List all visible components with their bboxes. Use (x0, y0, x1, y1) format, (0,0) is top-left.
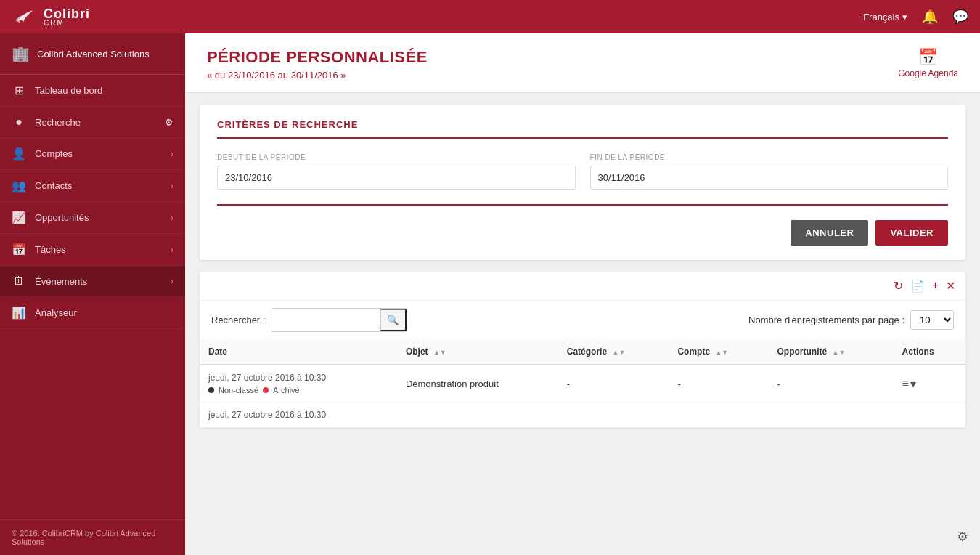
sidebar-item-tableau-de-bord[interactable]: ⊞ Tableau de bord (0, 75, 185, 107)
company-item[interactable]: 🏢 Colibri Advanced Solutions (0, 33, 185, 75)
chevron-down-small-icon: ▾ (910, 377, 916, 391)
badge-label-nonclasse: Non-classé (219, 386, 258, 394)
logo[interactable]: Colibri CRM (12, 4, 90, 30)
col-objet-label: Objet (406, 347, 428, 357)
cell-actions-1: ≡ ▾ (894, 365, 965, 402)
sidebar-label-evenements: Événements (35, 276, 162, 287)
chevron-right-icon: › (171, 149, 173, 159)
cell-actions-2 (894, 402, 965, 428)
end-date-label: FIN DE LA PÉRIODE (590, 153, 949, 161)
table-header-row: Date Objet ▲▼ Catégorie ▲▼ Compte ▲▼ (200, 339, 965, 365)
search-input[interactable] (271, 310, 380, 330)
cancel-button[interactable]: ANNULER (791, 220, 868, 246)
cell-objet-1: Démonstration produit (397, 365, 558, 402)
table-controls: Rechercher : 🔍 Nombre d'enregistrements … (200, 301, 965, 339)
col-compte[interactable]: Compte ▲▼ (669, 339, 768, 365)
cell-date-1: jeudi, 27 octobre 2016 à 10:30 Non-class… (200, 365, 397, 402)
refresh-icon[interactable]: ↻ (894, 279, 903, 293)
table-body: jeudi, 27 octobre 2016 à 10:30 Non-class… (200, 365, 965, 428)
account-icon: 👤 (12, 147, 26, 161)
footer-link-colibricrm[interactable]: ColibriCRM (42, 529, 83, 538)
events-icon: 🗓 (12, 275, 26, 288)
grid-icon: ⊞ (12, 84, 26, 97)
start-date-group: DÉBUT DE LA PÉRIODE (217, 153, 576, 190)
sidebar-label-comptes: Comptes (35, 148, 162, 159)
start-date-input[interactable] (217, 166, 576, 190)
badge-dot-archive (263, 387, 269, 393)
cell-opportunite-2 (769, 402, 894, 428)
cell-categorie-2 (558, 402, 669, 428)
records-select[interactable]: 10 25 50 100 (910, 310, 954, 330)
sidebar-label-analyseur: Analyseur (35, 307, 173, 318)
badge-label-archive: Archivé (273, 386, 300, 394)
sidebar-item-contacts[interactable]: 👥 Contacts › (0, 170, 185, 202)
sidebar: 🏢 Colibri Advanced Solutions ⊞ Tableau d… (0, 33, 185, 555)
settings-small-icon: ⚙ (165, 117, 173, 128)
sidebar-label-opportunites: Opportunités (35, 212, 162, 223)
sort-categorie-icon[interactable]: ▲▼ (612, 349, 625, 356)
start-date-label: DÉBUT DE LA PÉRIODE (217, 153, 576, 161)
col-opportunite-label: Opportunité (777, 347, 828, 357)
page-subtitle: « du 23/10/2016 au 30/11/2016 » (207, 70, 428, 81)
data-table: Date Objet ▲▼ Catégorie ▲▼ Compte ▲▼ (200, 339, 965, 428)
chat-icon[interactable]: 💬 (952, 9, 968, 25)
chevron-right-icon-5: › (171, 276, 173, 286)
validate-button[interactable]: VALIDER (875, 220, 948, 246)
google-agenda-label: Google Agenda (898, 68, 958, 78)
col-compte-label: Compte (677, 347, 710, 357)
bell-icon[interactable]: 🔔 (922, 9, 938, 25)
add-icon[interactable]: + (932, 279, 939, 293)
records-label: Nombre d'enregistrements par page : (748, 315, 905, 325)
cell-date-2: jeudi, 27 octobre 2016 à 10:30 (200, 402, 397, 428)
bird-icon (12, 4, 38, 30)
cell-compte-1: - (669, 365, 768, 402)
col-categorie[interactable]: Catégorie ▲▼ (558, 339, 669, 365)
search-button[interactable]: 🔍 (380, 309, 407, 331)
col-opportunite[interactable]: Opportunité ▲▼ (769, 339, 894, 365)
sidebar-item-recherche[interactable]: ● Recherche ⚙ (0, 107, 185, 138)
form-divider (217, 204, 948, 206)
row-action-button-1[interactable]: ≡ ▾ (902, 377, 916, 391)
sidebar-item-comptes[interactable]: 👤 Comptes › (0, 138, 185, 170)
calendar-icon: 📅 (918, 48, 938, 67)
search-icon: ● (12, 116, 26, 129)
sidebar-label-recherche: Recherche (35, 117, 156, 128)
records-per-page: Nombre d'enregistrements par page : 10 2… (748, 310, 954, 330)
end-date-input[interactable] (590, 166, 949, 190)
sidebar-item-taches[interactable]: 📅 Tâches › (0, 234, 185, 266)
sidebar-item-evenements[interactable]: 🗓 Événements › (0, 266, 185, 297)
row-date-text-2: jeudi, 27 octobre 2016 à 10:30 (208, 410, 388, 420)
sidebar-item-analyseur[interactable]: 📊 Analyseur (0, 297, 185, 329)
page-title-section: PÉRIODE PERSONNALISÉE « du 23/10/2016 au… (207, 48, 428, 81)
sidebar-item-opportunites[interactable]: 📈 Opportunités › (0, 202, 185, 234)
layout: 🏢 Colibri Advanced Solutions ⊞ Tableau d… (0, 33, 980, 555)
search-box: Rechercher : 🔍 (211, 308, 407, 332)
col-actions: Actions (894, 339, 965, 365)
settings-icon[interactable]: ⚙ (957, 529, 968, 545)
page-header: PÉRIODE PERSONNALISÉE « du 23/10/2016 au… (185, 33, 980, 93)
tasks-icon: 📅 (12, 243, 26, 256)
col-categorie-label: Catégorie (567, 347, 607, 357)
table-row: jeudi, 27 octobre 2016 à 10:30 Non-class… (200, 365, 965, 402)
table-head: Date Objet ▲▼ Catégorie ▲▼ Compte ▲▼ (200, 339, 965, 365)
close-icon[interactable]: ✕ (946, 279, 955, 293)
col-objet[interactable]: Objet ▲▼ (397, 339, 558, 365)
sidebar-label-contacts: Contacts (35, 180, 162, 191)
sort-objet-icon[interactable]: ▲▼ (433, 349, 446, 356)
company-icon: 🏢 (12, 45, 30, 62)
language-selector[interactable]: Français ▾ (863, 12, 907, 23)
criteria-section-title: CRITÈRES DE RECHERCHE (217, 119, 948, 139)
chevron-down-icon: ▾ (902, 12, 907, 23)
sort-compte-icon[interactable]: ▲▼ (715, 349, 728, 356)
export-icon[interactable]: 📄 (910, 279, 925, 293)
footer-by: by (85, 529, 96, 538)
date-range-row: DÉBUT DE LA PÉRIODE FIN DE LA PÉRIODE (217, 153, 948, 190)
google-agenda-button[interactable]: 📅 Google Agenda (898, 48, 958, 78)
col-date-label: Date (208, 347, 227, 357)
table-section: ↻ 📄 + ✕ Rechercher : 🔍 Nombre d'enregist… (200, 272, 965, 428)
sidebar-label-taches: Tâches (35, 244, 162, 255)
sort-opportunite-icon[interactable]: ▲▼ (833, 349, 846, 356)
col-actions-label: Actions (902, 347, 934, 357)
copyright: © 2016. (12, 529, 40, 538)
topnav: Colibri CRM Français ▾ 🔔 💬 (0, 0, 980, 33)
